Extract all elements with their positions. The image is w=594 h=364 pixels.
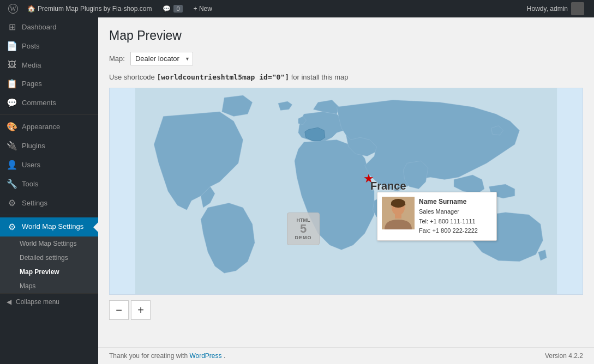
sidebar-item-users[interactable]: 👤 Users <box>0 155 98 174</box>
submenu-ds-label: Detailed settings <box>20 254 68 262</box>
footer-thanks: Thank you for creating with WordPress . <box>109 352 225 360</box>
html5-demo-badge: HTML 5 DEMO <box>287 213 320 245</box>
tools-icon: 🔧 <box>7 179 17 189</box>
html5-number: 5 <box>300 223 307 235</box>
adminbar-new[interactable]: + New <box>188 0 218 17</box>
media-label: Media <box>22 61 41 69</box>
map-select[interactable]: Dealer locator World Map Custom Map <box>130 52 193 65</box>
submenu-wms-label: World Map Settings <box>20 240 77 247</box>
adminbar-howdy[interactable]: Howdy, admin <box>521 0 590 17</box>
settings-icon: ⚙ <box>7 198 17 208</box>
info-card-text: Name Surname Sales Manager Tel: +1 800 1… <box>419 197 478 236</box>
adminbar-right: Howdy, admin <box>521 0 590 17</box>
menu-separator-2 <box>0 215 98 215</box>
footer-thanks-text: Thank you for creating with <box>109 352 189 360</box>
shortcode-code: [worldcountrieshtml5map id="0"] <box>157 73 289 81</box>
footer-period: . <box>224 352 225 360</box>
pages-icon: 📋 <box>7 78 17 89</box>
wp-footer: Thank you for creating with WordPress . … <box>98 347 594 364</box>
contact-fax: Fax: +1 800 222-2222 <box>419 226 478 236</box>
submenu-mp-label: Map Preview <box>20 268 59 276</box>
sidebar-item-world-map[interactable]: ⚙ World Map Settings <box>0 217 98 236</box>
collapse-icon: ◀ <box>7 298 11 306</box>
plugins-icon: 🔌 <box>7 141 17 151</box>
zoom-in-button[interactable]: + <box>131 300 151 320</box>
sidebar-item-tools[interactable]: 🔧 Tools <box>0 174 98 193</box>
world-map-icon: ⚙ <box>7 222 17 232</box>
comments-icon: 💬 <box>7 98 17 108</box>
adminbar-site-link[interactable]: 🏠 Premium Map Plugins by Fia-shop.com <box>22 0 157 17</box>
new-label: + New <box>194 5 212 13</box>
users-icon: 👤 <box>7 160 17 170</box>
submenu-detailed-settings[interactable]: Detailed settings <box>0 251 98 265</box>
plugins-label: Plugins <box>22 142 45 150</box>
sidebar-item-settings[interactable]: ⚙ Settings <box>0 193 98 213</box>
map-selector-row: Map: Dealer locator World Map Custom Map <box>109 52 583 65</box>
shortcode-info: Use shortcode [worldcountrieshtml5map id… <box>109 73 583 81</box>
submenu-world-map-settings[interactable]: World Map Settings <box>0 236 98 251</box>
wp-logo[interactable]: W <box>4 0 22 17</box>
svg-text:W: W <box>10 5 16 13</box>
sidebar-item-plugins[interactable]: 🔌 Plugins <box>0 136 98 155</box>
footer-version: Version 4.2.2 <box>545 352 583 360</box>
svg-rect-5 <box>395 214 401 219</box>
pages-label: Pages <box>22 80 42 88</box>
wp-layout: ⊞ Dashboard 📄 Posts 🖼 Media 📋 Pages 💬 Co… <box>0 17 594 364</box>
sidebar-item-posts[interactable]: 📄 Posts <box>0 37 98 56</box>
world-map-submenu: World Map Settings Detailed settings Map… <box>0 236 98 293</box>
contact-tel: Tel: +1 800 111-1111 <box>419 217 478 227</box>
person-avatar <box>382 197 415 229</box>
zoom-controls: − + <box>109 300 583 320</box>
collapse-label: Collapse menu <box>16 298 59 306</box>
info-card-photo <box>382 197 415 229</box>
zoom-out-button[interactable]: − <box>109 300 129 320</box>
map-label: Map: <box>109 54 125 63</box>
sidebar-item-media[interactable]: 🖼 Media <box>0 56 98 74</box>
dashboard-icon: ⊞ <box>7 22 17 32</box>
admin-sidebar: ⊞ Dashboard 📄 Posts 🖼 Media 📋 Pages 💬 Co… <box>0 17 98 364</box>
map-select-wrapper: Dealer locator World Map Custom Map <box>130 52 193 65</box>
media-icon: 🖼 <box>7 60 17 70</box>
sidebar-bottom: ◀ Collapse menu <box>0 293 98 310</box>
comments-count-badge: 0 <box>173 5 182 13</box>
admin-bar: W 🏠 Premium Map Plugins by Fia-shop.com … <box>0 0 594 17</box>
submenu-maps-label: Maps <box>20 282 35 290</box>
sidebar-item-comments[interactable]: 💬 Comments <box>0 93 98 112</box>
sidebar-item-dashboard[interactable]: ⊞ Dashboard <box>0 17 98 37</box>
comments-label: Comments <box>22 99 56 107</box>
dashboard-label: Dashboard <box>22 23 57 31</box>
footer-wp-link[interactable]: WordPress <box>189 352 221 360</box>
contact-name: Name Surname <box>419 197 478 207</box>
submenu-map-preview[interactable]: Map Preview <box>0 265 98 279</box>
posts-icon: 📄 <box>7 41 17 51</box>
world-map-label: World Map Settings <box>22 222 83 232</box>
menu-separator-1 <box>0 114 98 115</box>
appearance-label: Appearance <box>22 123 60 131</box>
howdy-text: Howdy, admin <box>527 5 568 13</box>
content-area: Map Preview Map: Dealer locator World Ma… <box>98 17 594 347</box>
tools-label: Tools <box>22 180 38 188</box>
info-card: Name Surname Sales Manager Tel: +1 800 1… <box>377 192 497 241</box>
page-title: Map Preview <box>109 28 583 43</box>
users-label: Users <box>22 161 40 169</box>
collapse-menu-button[interactable]: ◀ Collapse menu <box>0 294 98 310</box>
html5-suffix: DEMO <box>295 235 312 240</box>
settings-label: Settings <box>22 199 47 207</box>
adminbar-comments[interactable]: 💬 0 <box>157 0 188 17</box>
world-map-svg <box>110 88 583 294</box>
map-container[interactable]: ★ France <box>109 88 583 295</box>
submenu-maps[interactable]: Maps <box>0 279 98 293</box>
site-name: Premium Map Plugins by Fia-shop.com <box>38 5 152 13</box>
contact-title: Sales Manager <box>419 207 478 217</box>
sidebar-item-appearance[interactable]: 🎨 Appearance <box>0 117 98 136</box>
appearance-icon: 🎨 <box>7 122 17 132</box>
sidebar-item-pages[interactable]: 📋 Pages <box>0 74 98 93</box>
main-content: Map Preview Map: Dealer locator World Ma… <box>98 17 594 364</box>
france-label: France <box>370 180 406 192</box>
posts-label: Posts <box>22 42 40 50</box>
